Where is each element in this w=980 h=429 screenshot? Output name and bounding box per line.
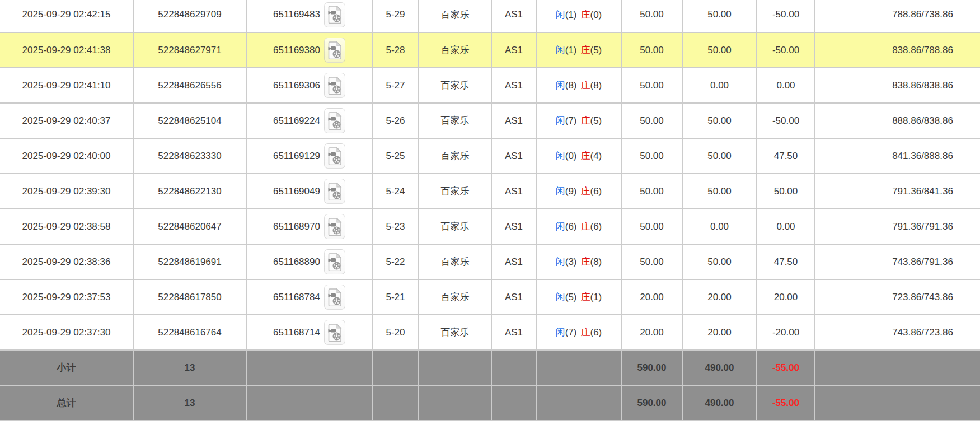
video-record-icon — [327, 183, 342, 200]
summary-count: 13 — [133, 350, 246, 385]
player-label: 闲 — [556, 186, 565, 197]
player-label: 闲 — [556, 292, 565, 302]
video-replay-button[interactable] — [324, 143, 345, 169]
player-score: (9) — [565, 186, 577, 197]
video-record-icon — [327, 324, 342, 342]
balance-before-after: 838.86/788.86 — [815, 32, 980, 68]
summary-empty-cell — [372, 385, 419, 421]
bet-amount: 50.00 — [621, 244, 682, 279]
game-round-id: 651168890 — [273, 257, 320, 268]
bet-time: 2025-09-29 02:40:00 — [0, 138, 133, 174]
bet-amount: 20.00 — [621, 279, 682, 315]
table-row[interactable]: 2025-09-29 02:37:30 522848616764 6511687… — [0, 315, 980, 350]
banker-score: (5) — [590, 45, 602, 55]
table-row[interactable]: 2025-09-29 02:41:38 522848627971 6511693… — [0, 32, 980, 68]
game-name: 百家乐 — [419, 68, 491, 103]
bet-id: 522848616764 — [133, 315, 246, 350]
table-row[interactable]: 2025-09-29 02:38:36 522848619691 6511688… — [0, 244, 980, 279]
game-round-id-cell: 651169129 — [246, 138, 372, 174]
game-round-id-cell: 651168714 — [246, 315, 372, 350]
video-replay-button[interactable] — [324, 214, 345, 239]
table-row[interactable]: 2025-09-29 02:37:53 522848617850 6511687… — [0, 279, 980, 315]
balance-before-after: 791.36/791.36 — [815, 209, 980, 244]
bet-time: 2025-09-29 02:39:30 — [0, 174, 133, 209]
summary-label: 小计 — [0, 350, 133, 385]
game-round-id-cell: 651169380 — [246, 32, 372, 68]
banker-score: (6) — [590, 186, 602, 197]
game-round-id: 651168784 — [273, 292, 320, 303]
player-label: 闲 — [556, 257, 565, 267]
banker-score: (4) — [590, 151, 602, 161]
video-record-icon — [327, 41, 342, 59]
win-loss-amount: 0.00 — [757, 68, 815, 103]
banker-label: 庄 — [581, 10, 590, 20]
bet-history-table-view: 2025-09-29 02:42:15 522848629709 6511694… — [0, 0, 980, 429]
game-round-id: 651169129 — [273, 151, 320, 162]
table-row[interactable]: 2025-09-29 02:40:37 522848625104 6511692… — [0, 103, 980, 138]
balance-before-after: 791.36/841.36 — [815, 174, 980, 209]
game-round-id: 651169483 — [273, 9, 320, 20]
player-score: (7) — [565, 327, 577, 338]
win-loss-amount: 20.00 — [757, 279, 815, 315]
video-replay-button[interactable] — [324, 108, 345, 133]
round-number: 5-25 — [372, 138, 419, 174]
game-round-id-cell: 651168970 — [246, 209, 372, 244]
table-code: AS1 — [491, 103, 536, 138]
game-name: 百家乐 — [419, 138, 491, 174]
player-score: (3) — [565, 257, 577, 267]
round-number: 5-20 — [372, 315, 419, 350]
player-score: (6) — [565, 221, 577, 232]
video-replay-button[interactable] — [324, 73, 345, 98]
bet-id: 522848622130 — [133, 174, 246, 209]
video-replay-button[interactable] — [324, 285, 345, 310]
table-row[interactable]: 2025-09-29 02:42:15 522848629709 6511694… — [0, 0, 980, 32]
bet-result: 闲(7)庄(5) — [536, 103, 621, 138]
summary-count: 13 — [133, 385, 246, 421]
video-record-icon — [327, 6, 342, 24]
summary-empty-cell — [536, 385, 621, 421]
win-loss-amount: 0.00 — [757, 209, 815, 244]
game-round-id: 651169049 — [273, 186, 320, 197]
banker-label: 庄 — [581, 327, 590, 338]
table-row[interactable]: 2025-09-29 02:38:58 522848620647 6511689… — [0, 209, 980, 244]
bet-amount: 50.00 — [621, 138, 682, 174]
balance-before-after: 723.86/743.86 — [815, 279, 980, 315]
banker-score: (6) — [590, 327, 602, 338]
game-name: 百家乐 — [419, 315, 491, 350]
banker-score: (5) — [590, 115, 602, 126]
valid-bet-amount: 50.00 — [682, 244, 757, 279]
player-label: 闲 — [556, 45, 565, 55]
bet-id: 522848625104 — [133, 103, 246, 138]
table-row[interactable]: 2025-09-29 02:39:30 522848622130 6511690… — [0, 174, 980, 209]
game-name: 百家乐 — [419, 0, 491, 32]
video-record-icon — [327, 147, 342, 165]
video-replay-button[interactable] — [324, 2, 345, 27]
banker-label: 庄 — [581, 151, 590, 161]
banker-score: (6) — [590, 221, 602, 232]
bet-time: 2025-09-29 02:41:38 — [0, 32, 133, 68]
bet-time: 2025-09-29 02:38:36 — [0, 244, 133, 279]
bet-result: 闲(1)庄(5) — [536, 32, 621, 68]
summary-empty-cell — [536, 350, 621, 385]
video-replay-button[interactable] — [324, 38, 345, 63]
table-row[interactable]: 2025-09-29 02:41:10 522848626556 6511693… — [0, 68, 980, 103]
bet-amount: 20.00 — [621, 315, 682, 350]
round-number: 5-29 — [372, 0, 419, 32]
player-score: (1) — [565, 45, 577, 55]
bet-result: 闲(1)庄(0) — [536, 0, 621, 32]
video-replay-button[interactable] — [324, 179, 345, 204]
summary-empty-cell — [815, 385, 980, 421]
video-replay-button[interactable] — [324, 320, 345, 345]
table-code: AS1 — [491, 68, 536, 103]
round-number: 5-23 — [372, 209, 419, 244]
bet-id: 522848619691 — [133, 244, 246, 279]
banker-score: (1) — [590, 292, 602, 302]
balance-before-after: 888.86/838.86 — [815, 103, 980, 138]
summary-bet-total: 590.00 — [621, 385, 682, 421]
video-replay-button[interactable] — [324, 249, 345, 274]
valid-bet-amount: 50.00 — [682, 103, 757, 138]
game-round-id-cell: 651168784 — [246, 279, 372, 315]
summary-empty-cell — [419, 350, 491, 385]
bet-id: 522848629709 — [133, 0, 246, 32]
table-row[interactable]: 2025-09-29 02:40:00 522848623330 6511691… — [0, 138, 980, 174]
